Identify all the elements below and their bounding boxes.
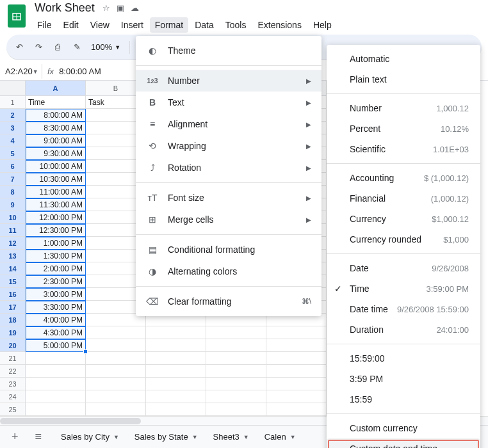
number-format-automatic[interactable]: Automatic bbox=[327, 49, 480, 69]
row-header[interactable]: 4 bbox=[0, 134, 26, 147]
cell[interactable]: 8:30:00 AM bbox=[26, 122, 86, 134]
menu-extensions[interactable]: Extensions bbox=[252, 17, 306, 33]
cell[interactable]: 4:00:00 PM bbox=[26, 314, 86, 326]
number-format-duration[interactable]: Duration24:01:00 bbox=[327, 319, 480, 340]
menu-insert[interactable]: Insert bbox=[116, 17, 149, 33]
row-header[interactable]: 3 bbox=[0, 122, 26, 134]
cell[interactable]: 5:00:00 PM bbox=[26, 339, 86, 352]
row-header[interactable]: 20 bbox=[0, 339, 26, 352]
number-format-financial[interactable]: Financial(1,000.12) bbox=[327, 188, 480, 209]
selection-handle[interactable] bbox=[83, 349, 88, 354]
menu-data[interactable]: Data bbox=[190, 17, 219, 33]
format-menu-theme[interactable]: ◐Theme bbox=[136, 40, 321, 61]
cell[interactable] bbox=[206, 339, 266, 352]
cell[interactable] bbox=[206, 403, 266, 416]
format-menu-alignment[interactable]: ≡Alignment▶ bbox=[136, 113, 321, 135]
number-format-accounting[interactable]: Accounting$ (1,000.12) bbox=[327, 168, 480, 188]
cell[interactable] bbox=[26, 352, 86, 365]
menu-edit[interactable]: Edit bbox=[58, 17, 84, 33]
format-menu-conditional-formatting[interactable]: ▤Conditional formatting bbox=[136, 239, 321, 260]
format-menu-clear-formatting[interactable]: ⌫Clear formatting⌘\ bbox=[136, 291, 321, 312]
format-menu-rotation[interactable]: ⤴Rotation▶ bbox=[136, 157, 321, 179]
cell[interactable] bbox=[266, 403, 327, 416]
number-format-scientific[interactable]: Scientific1.01E+03 bbox=[327, 139, 480, 159]
menu-help[interactable]: Help bbox=[308, 17, 337, 33]
cell[interactable]: 4:30:00 PM bbox=[26, 326, 86, 339]
cell[interactable]: 1:00:00 PM bbox=[26, 237, 86, 250]
cloud-icon[interactable]: ☁ bbox=[131, 3, 139, 13]
cell[interactable] bbox=[86, 390, 146, 403]
cell[interactable] bbox=[86, 378, 146, 390]
cell[interactable] bbox=[266, 352, 327, 365]
cell[interactable] bbox=[26, 390, 86, 403]
cell[interactable]: 12:30:00 PM bbox=[26, 224, 86, 237]
cell[interactable] bbox=[146, 352, 206, 365]
cell[interactable]: 8:00:00 AM bbox=[26, 109, 86, 122]
menu-format[interactable]: Format bbox=[150, 17, 188, 33]
number-format-currency-rounded[interactable]: Currency rounded$1,000 bbox=[327, 229, 480, 250]
row-header[interactable]: 24 bbox=[0, 390, 26, 403]
name-box[interactable]: A2:A20▼ bbox=[0, 64, 42, 79]
cell[interactable]: 9:00:00 AM bbox=[26, 134, 86, 147]
sheet-tab[interactable]: Calen▼ bbox=[257, 427, 304, 447]
cell[interactable]: 10:30:00 AM bbox=[26, 173, 86, 186]
number-format-percent[interactable]: Percent10.12% bbox=[327, 118, 480, 139]
cell[interactable]: 2:30:00 PM bbox=[26, 275, 86, 288]
cell[interactable]: 11:00:00 AM bbox=[26, 186, 86, 198]
cell[interactable] bbox=[266, 339, 327, 352]
select-all-corner[interactable] bbox=[0, 81, 26, 96]
number-format-plain-text[interactable]: Plain text bbox=[327, 69, 480, 90]
cell[interactable]: 9:30:00 AM bbox=[26, 147, 86, 160]
cell[interactable] bbox=[206, 352, 266, 365]
row-header[interactable]: 19 bbox=[0, 326, 26, 339]
formula-input[interactable]: 8:00:00 AM bbox=[59, 67, 101, 76]
row-header[interactable]: 7 bbox=[0, 173, 26, 186]
cell[interactable] bbox=[86, 339, 146, 352]
row-header[interactable]: 6 bbox=[0, 160, 26, 173]
number-format-15-59[interactable]: 15:59 bbox=[327, 389, 480, 410]
format-menu-font-size[interactable]: тTFont size▶ bbox=[136, 187, 321, 209]
row-header[interactable]: 17 bbox=[0, 301, 26, 314]
add-sheet-button[interactable]: + bbox=[6, 426, 24, 447]
menu-view[interactable]: View bbox=[85, 17, 115, 33]
doc-title[interactable]: Work Sheet bbox=[32, 0, 97, 16]
cell[interactable] bbox=[26, 378, 86, 390]
format-menu-alternating-colors[interactable]: ◑Alternating colors bbox=[136, 260, 321, 282]
cell[interactable]: 11:30:00 AM bbox=[26, 198, 86, 211]
cell[interactable]: 12:00:00 PM bbox=[26, 211, 86, 224]
cell[interactable] bbox=[146, 326, 206, 339]
cell[interactable]: 2:00:00 PM bbox=[26, 262, 86, 275]
number-format-number[interactable]: Number1,000.12 bbox=[327, 98, 480, 118]
row-header[interactable]: 14 bbox=[0, 262, 26, 275]
sheets-logo[interactable] bbox=[8, 4, 26, 28]
cell[interactable]: 3:00:00 PM bbox=[26, 288, 86, 301]
number-format-date[interactable]: Date9/26/2008 bbox=[327, 258, 480, 278]
paint-format-icon[interactable]: ✎ bbox=[72, 42, 82, 52]
cell[interactable] bbox=[206, 378, 266, 390]
sheet-tab[interactable]: Sheet3▼ bbox=[206, 427, 257, 447]
menu-file[interactable]: File bbox=[32, 17, 57, 33]
cell[interactable] bbox=[86, 326, 146, 339]
all-sheets-button[interactable]: ≡ bbox=[30, 426, 47, 447]
cell[interactable] bbox=[86, 365, 146, 378]
cell[interactable] bbox=[26, 365, 86, 378]
number-format-time[interactable]: ✓Time3:59:00 PM bbox=[327, 278, 480, 299]
cell[interactable]: Time bbox=[26, 96, 86, 109]
number-format-custom-date-and-time[interactable]: Custom date and time bbox=[327, 438, 480, 448]
row-header[interactable]: 10 bbox=[0, 211, 26, 224]
cell[interactable] bbox=[146, 378, 206, 390]
row-header[interactable]: 25 bbox=[0, 403, 26, 416]
row-header[interactable]: 21 bbox=[0, 352, 26, 365]
row-header[interactable]: 9 bbox=[0, 198, 26, 211]
number-format-custom-currency[interactable]: Custom currency bbox=[327, 418, 480, 438]
cell[interactable] bbox=[206, 365, 266, 378]
number-format-15-59-00[interactable]: 15:59:00 bbox=[327, 348, 480, 369]
sheet-tab[interactable]: Sales by City▼ bbox=[53, 427, 127, 447]
undo-icon[interactable]: ↶ bbox=[14, 42, 24, 52]
row-header[interactable]: 13 bbox=[0, 250, 26, 262]
row-header[interactable]: 1 bbox=[0, 96, 26, 109]
row-header[interactable]: 15 bbox=[0, 275, 26, 288]
col-header-A[interactable]: A bbox=[26, 81, 86, 96]
cell[interactable] bbox=[266, 365, 327, 378]
cell[interactable] bbox=[26, 403, 86, 416]
